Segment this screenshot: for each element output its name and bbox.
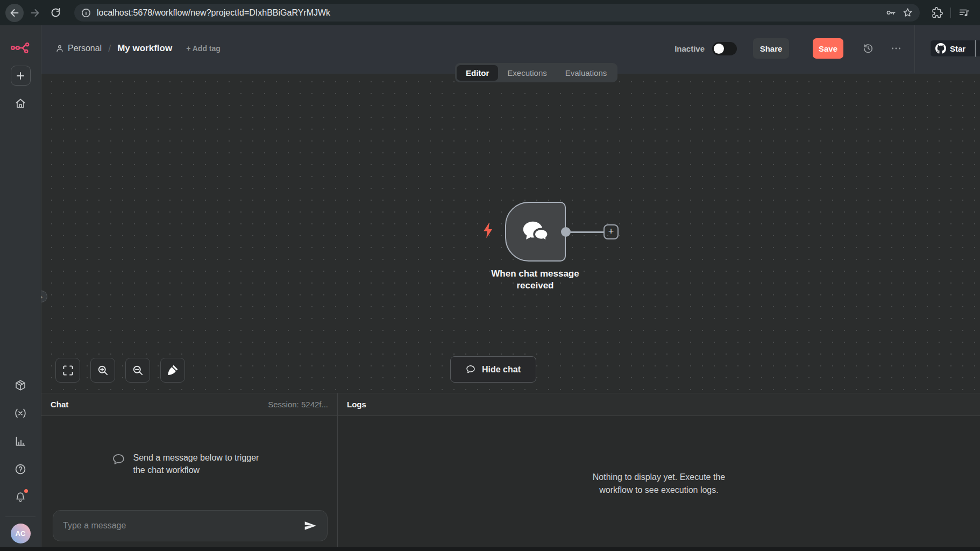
browser-toolbar: localhost:5678/workflow/new?projectId=DI… <box>0 0 980 25</box>
hide-chat-button[interactable]: Hide chat <box>450 356 536 383</box>
add-workflow-button[interactable] <box>11 66 31 86</box>
github-star-widget: Star <box>915 25 980 72</box>
templates-icon <box>14 379 27 392</box>
chat-empty-text: Send a message below to trigger the chat… <box>133 451 268 476</box>
plus-icon: + <box>608 227 614 236</box>
ellipsis-icon <box>890 43 902 54</box>
activation-toggle[interactable] <box>712 42 737 55</box>
toggle-knob <box>714 44 724 54</box>
tab-evaluations[interactable]: Evaluations <box>556 65 616 81</box>
node-label[interactable]: When chat message received <box>476 268 594 292</box>
logs-panel-body: Nothing to display yet. Execute the work… <box>338 416 980 551</box>
sidebar: AC <box>0 25 41 551</box>
sidebar-item-help[interactable] <box>10 459 31 479</box>
logs-panel: Logs Nothing to display yet. Execute the… <box>338 393 980 551</box>
send-button[interactable] <box>303 519 317 533</box>
workflow-canvas[interactable]: › + When chat message received <box>41 74 980 393</box>
chat-panel-title: Chat <box>51 400 68 409</box>
view-tabs: Editor Executions Evaluations <box>455 63 617 82</box>
browser-reload-button[interactable] <box>46 4 65 22</box>
address-bar[interactable]: localhost:5678/workflow/new?projectId=DI… <box>74 4 920 22</box>
logs-panel-header: Logs <box>338 393 980 416</box>
browser-back-button[interactable] <box>5 4 24 22</box>
chat-panel: Chat Session: 5242f... Send a message be… <box>41 393 338 551</box>
logs-panel-title: Logs <box>347 400 366 409</box>
chat-bubble-icon <box>111 453 126 476</box>
browser-forward-button[interactable] <box>26 4 44 22</box>
breadcrumb-project-label: Personal <box>68 44 102 53</box>
add-tag-button[interactable]: + Add tag <box>186 44 221 53</box>
toolbar-divider <box>950 8 951 18</box>
sidebar-item-insights[interactable] <box>10 431 31 451</box>
zoom-out-icon <box>132 364 144 377</box>
sidebar-item-variables[interactable] <box>10 403 31 423</box>
chat-input-row <box>53 510 328 541</box>
github-star-count-stub <box>975 40 980 57</box>
user-icon <box>55 44 64 53</box>
forward-icon <box>29 7 41 19</box>
hide-chat-label: Hide chat <box>482 365 521 375</box>
site-info-icon[interactable] <box>81 8 91 18</box>
media-controls-icon[interactable] <box>958 7 970 19</box>
workflow-history-button[interactable] <box>857 43 879 54</box>
browser-actions <box>927 7 975 19</box>
bottom-panel: Chat Session: 5242f... Send a message be… <box>41 393 980 551</box>
n8n-app: AC Personal / My workflow + Add tag Inac… <box>0 25 980 551</box>
reload-icon <box>50 7 61 18</box>
fit-view-icon <box>62 364 74 377</box>
github-icon <box>935 43 946 54</box>
session-badge: Session: 5242f... <box>268 400 328 409</box>
trigger-bolt-icon <box>479 221 498 239</box>
fit-view-button[interactable] <box>55 358 80 383</box>
chat-input[interactable] <box>63 521 303 531</box>
tab-editor[interactable]: Editor <box>457 65 498 81</box>
save-button[interactable]: Save <box>813 38 843 59</box>
notification-dot <box>24 489 28 493</box>
history-icon <box>862 43 874 54</box>
help-icon <box>14 463 27 476</box>
sidebar-item-overview[interactable] <box>10 93 31 114</box>
header-actions: Inactive Share Save Star <box>674 25 980 72</box>
workflow-title[interactable]: My workflow <box>117 43 172 54</box>
chat-bubble-icon <box>465 364 476 375</box>
extensions-icon[interactable] <box>932 7 943 18</box>
n8n-logo[interactable] <box>10 38 31 58</box>
more-options-button[interactable] <box>885 43 907 54</box>
chat-panel-header: Chat Session: 5242f... <box>41 393 337 416</box>
sidebar-divider <box>5 517 35 517</box>
home-icon <box>14 97 27 110</box>
connection-line <box>569 231 604 233</box>
breadcrumb-project[interactable]: Personal <box>55 44 102 53</box>
chat-panel-body: Send a message below to trigger the chat… <box>41 416 337 551</box>
variables-icon <box>13 407 27 420</box>
zoom-out-button[interactable] <box>125 358 150 383</box>
chat-empty-state: Send a message below to trigger the chat… <box>41 416 337 476</box>
share-button[interactable]: Share <box>753 38 789 59</box>
plus-icon <box>16 72 25 80</box>
github-star-button[interactable]: Star <box>930 40 975 57</box>
window-bottom-edge <box>0 547 980 551</box>
add-node-button[interactable]: + <box>603 224 619 239</box>
zoom-in-button[interactable] <box>90 358 115 383</box>
back-icon <box>9 7 20 19</box>
zoom-in-icon <box>97 364 109 377</box>
activation-status-label: Inactive <box>674 44 705 53</box>
insights-icon <box>14 435 27 448</box>
tidy-up-icon <box>167 364 179 376</box>
sidebar-item-templates[interactable] <box>10 375 31 395</box>
logs-empty-text: Nothing to display yet. Execute the work… <box>583 471 736 496</box>
chat-trigger-node[interactable] <box>505 202 566 262</box>
tidy-up-button[interactable] <box>160 358 185 383</box>
tab-executions[interactable]: Executions <box>498 65 556 81</box>
canvas-controls <box>55 358 185 383</box>
password-key-icon[interactable] <box>885 7 897 18</box>
bookmark-star-icon[interactable] <box>902 7 913 18</box>
breadcrumb-separator: / <box>108 43 111 54</box>
main-area: Personal / My workflow + Add tag Inactiv… <box>41 25 980 551</box>
chat-trigger-icon <box>520 216 551 248</box>
user-avatar[interactable]: AC <box>11 524 31 543</box>
breadcrumb: Personal / My workflow + Add tag <box>55 43 221 54</box>
github-star-label: Star <box>950 44 965 53</box>
url-text[interactable]: localhost:5678/workflow/new?projectId=DI… <box>97 8 880 18</box>
sidebar-item-notifications[interactable] <box>10 487 31 507</box>
